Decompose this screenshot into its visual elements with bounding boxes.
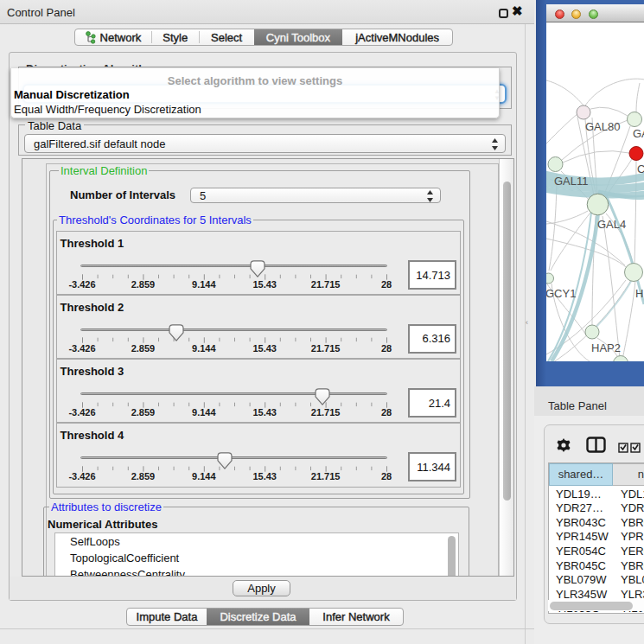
svg-text:GAL: GAL bbox=[633, 127, 644, 140]
svg-text:GCY1: GCY1 bbox=[546, 287, 576, 300]
svg-text:C: C bbox=[637, 163, 644, 175]
svg-text:GAL80: GAL80 bbox=[585, 120, 620, 133]
svg-text:H: H bbox=[635, 287, 643, 300]
svg-text:GAL4: GAL4 bbox=[597, 218, 626, 231]
svg-text:HAP2: HAP2 bbox=[591, 341, 621, 354]
svg-text:GAL11: GAL11 bbox=[554, 175, 589, 188]
